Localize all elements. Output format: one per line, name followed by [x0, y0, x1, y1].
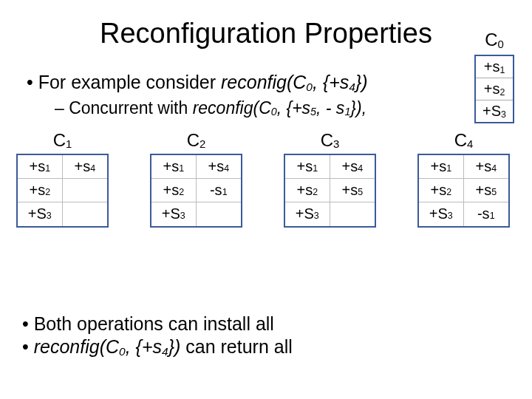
bullet-bottom-2: • reconfig(C0, {+s4}) can return all — [22, 336, 293, 358]
c0-cell: +s2 — [476, 78, 513, 100]
c0-cell: +S3 — [476, 100, 513, 122]
grid-cell: +s2 — [151, 179, 197, 202]
grid-cell: +S3 — [285, 202, 330, 226]
grid-cell — [197, 202, 242, 226]
config-c0: C0 +s1 +s2 +S3 — [474, 30, 514, 123]
grid-cell: +s1 — [18, 155, 63, 179]
c4-label: C4 — [417, 130, 510, 151]
grid-cell: +s4 — [330, 155, 375, 179]
grid-cell: +s2 — [285, 179, 330, 202]
config-c3: C3 +s1 +s4 +s2 +s5 +S3 — [284, 130, 376, 228]
grid-cell — [63, 202, 108, 226]
config-row: C1 +s1 +s4 +s2 +S3 C2 +s1 +s4 +s2 -s1 +S… — [16, 130, 510, 228]
bullet-1: • For example consider reconfig(C0, {+s4… — [27, 70, 510, 95]
grid-cell: +s2 — [18, 179, 63, 202]
grid-cell: +s1 — [419, 155, 464, 179]
grid-cell — [63, 179, 108, 202]
c0-cell: +s1 — [476, 56, 513, 78]
slide: Reconfiguration Properties C0 +s1 +s2 +S… — [0, 0, 532, 399]
grid-cell: +S3 — [18, 202, 63, 226]
bullet-list-top: • For example consider reconfig(C0, {+s4… — [22, 70, 510, 120]
grid-cell: +s5 — [330, 179, 375, 202]
bullet-bottom-1: • Both operations can install all — [22, 313, 293, 335]
config-c1: C1 +s1 +s4 +s2 +S3 — [16, 130, 109, 228]
grid-cell: +s4 — [63, 155, 108, 179]
grid-cell: +s4 — [464, 155, 509, 179]
bullet-1-sub: – Concurrent with reconfig(C0, {+s5, - s… — [55, 97, 510, 120]
grid-cell: +S3 — [151, 202, 197, 226]
c2-label: C2 — [150, 130, 242, 151]
grid-cell: +s2 — [419, 179, 464, 202]
grid-cell: +S3 — [419, 202, 464, 226]
c1-grid: +s1 +s4 +s2 +S3 — [16, 154, 109, 228]
c2-grid: +s1 +s4 +s2 -s1 +S3 — [150, 154, 242, 228]
c3-grid: +s1 +s4 +s2 +s5 +S3 — [284, 154, 376, 228]
slide-title: Reconfiguration Properties — [22, 18, 510, 50]
c4-grid: +s1 +s4 +s2 +s5 +S3 -s1 — [417, 154, 510, 228]
bullet-list-bottom: • Both operations can install all • reco… — [22, 313, 293, 359]
grid-cell: -s1 — [197, 179, 242, 202]
c3-label: C3 — [284, 130, 376, 151]
grid-cell: +s5 — [464, 179, 509, 202]
c0-stack: +s1 +s2 +S3 — [474, 55, 514, 123]
grid-cell — [330, 202, 375, 226]
config-c4: C4 +s1 +s4 +s2 +s5 +S3 -s1 — [417, 130, 510, 228]
c1-label: C1 — [16, 130, 109, 151]
grid-cell: +s1 — [151, 155, 197, 179]
grid-cell: +s1 — [285, 155, 330, 179]
config-c2: C2 +s1 +s4 +s2 -s1 +S3 — [150, 130, 242, 228]
c0-label: C0 — [474, 30, 514, 50]
grid-cell: +s4 — [197, 155, 242, 179]
grid-cell: -s1 — [464, 202, 509, 226]
